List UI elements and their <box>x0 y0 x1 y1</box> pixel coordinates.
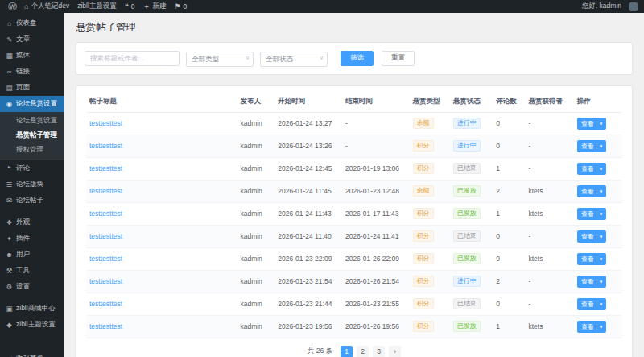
forum-sections-icon: ☰ <box>6 181 13 189</box>
author-cell: kadmin <box>237 225 275 247</box>
wordpress-logo-icon[interactable]: Ⓦ <box>5 0 20 13</box>
sidebar-item-10[interactable]: ✦插件 <box>0 230 64 247</box>
adminbar-comments-link[interactable]: ❝ 0 <box>121 0 139 13</box>
status-filter-select[interactable]: 全部状态 <box>260 52 328 67</box>
links-icon: ∞ <box>6 68 13 76</box>
end-time-cell: 2026-01-19 13:06 <box>342 157 410 180</box>
chevron-down-icon: ▾ <box>597 166 603 172</box>
view-button[interactable]: 查看▾ <box>577 253 607 265</box>
table-row: testtesttestkadmin2026-01-23 22:092026-0… <box>86 247 622 270</box>
sidebar-item-1[interactable]: ✎文章 <box>0 31 64 48</box>
table-row: testtesttestkadmin2026-01-23 19:562026-0… <box>86 315 622 338</box>
type-filter: 全部类型 ∨ <box>186 50 254 67</box>
zibll-theme-icon: ◆ <box>6 321 13 329</box>
sidebar-item-label: 论坛版块 <box>16 180 43 189</box>
next-page-button[interactable]: › <box>389 346 401 357</box>
sidebar-item-3[interactable]: ∞链接 <box>0 64 64 80</box>
sidebar-menu: ⌂仪表盘✎文章▦媒体∞链接▤页面◉论坛悬赏设置论坛悬赏设置悬赏帖子管理授权管理❝… <box>0 15 64 357</box>
page-button-1[interactable]: 1 <box>341 346 353 357</box>
sidebar-item-14[interactable]: ▣zibll商城中心 <box>0 301 64 317</box>
sidebar-item-13[interactable]: ⚙设置 <box>0 279 64 295</box>
post-title-link[interactable]: testtesttest <box>89 142 122 150</box>
post-title-link[interactable]: testtesttest <box>89 277 122 285</box>
sidebar-item-label: 页面 <box>16 83 30 93</box>
sidebar-item-label: 论坛悬赏设置 <box>16 99 57 109</box>
settings-icon: ⚙ <box>6 283 13 291</box>
comment-count-cell: 1 <box>493 157 525 180</box>
post-title-link[interactable]: testtesttest <box>89 232 122 240</box>
post-title-link[interactable]: testtesttest <box>89 164 122 172</box>
reward-type-badge: 积分 <box>413 321 434 332</box>
view-button[interactable]: 查看▾ <box>577 208 607 220</box>
flag-count: 0 <box>183 2 187 10</box>
sidebar-item-0[interactable]: ⌂仪表盘 <box>0 15 64 31</box>
table-row: testtesttestkadmin2026-01-24 13:26-积分进行中… <box>86 135 622 157</box>
sidebar-item-16[interactable]: ◀收起菜单 <box>0 351 64 357</box>
winner-cell: - <box>525 157 573 180</box>
search-input[interactable] <box>85 51 180 66</box>
sidebar-item-9[interactable]: ❖外观 <box>0 214 64 230</box>
start-time-cell: 2026-01-24 11:40 <box>275 225 342 247</box>
view-button[interactable]: 查看▾ <box>577 140 607 152</box>
reward-type-badge: 积分 <box>413 298 434 309</box>
type-filter-select[interactable]: 全部类型 <box>186 52 254 67</box>
post-title-link[interactable]: testtesttest <box>89 119 122 127</box>
table-row: testtesttestkadmin2026-01-24 13:27-余额进行中… <box>86 112 622 135</box>
column-header: 结束时间 <box>342 91 410 113</box>
view-button[interactable]: 查看▾ <box>577 118 607 130</box>
view-button[interactable]: 查看▾ <box>577 163 607 175</box>
adminbar-new-link[interactable]: ＋ 新建 <box>138 0 170 13</box>
sidebar-item-7[interactable]: ☰论坛版块 <box>0 176 64 193</box>
post-title-link[interactable]: testtesttest <box>89 322 122 330</box>
sidebar-subitem-1[interactable]: 悬赏帖子管理 <box>0 128 64 143</box>
view-button[interactable]: 查看▾ <box>577 321 607 333</box>
author-cell: kadmin <box>237 247 275 270</box>
sidebar-item-label: zibll主题设置 <box>16 320 56 330</box>
sidebar-item-12[interactable]: ⚒工具 <box>0 263 64 279</box>
sidebar-item-4[interactable]: ▤页面 <box>0 80 64 96</box>
sidebar-item-label: 设置 <box>16 282 30 292</box>
post-title-link[interactable]: testtesttest <box>89 255 122 263</box>
post-title-link[interactable]: testtesttest <box>89 210 122 218</box>
view-button[interactable]: 查看▾ <box>577 185 607 197</box>
adminbar-flag-link[interactable]: ⚑ 0 <box>170 0 191 13</box>
rewards-table-body: testtesttestkadmin2026-01-24 13:27-余额进行中… <box>86 112 622 338</box>
site-name-link[interactable]: ⌂ 个人笔记dev <box>20 0 73 13</box>
post-title-link[interactable]: testtesttest <box>89 187 122 195</box>
table-row: testtesttestkadmin2026-01-24 11:432026-0… <box>86 202 622 225</box>
chevron-down-icon: ▾ <box>597 234 603 239</box>
reward-type-badge: 积分 <box>413 208 434 219</box>
sidebar-subitem-2[interactable]: 授权管理 <box>0 143 64 157</box>
table-row: testtesttestkadmin2026-01-24 12:452026-0… <box>86 157 622 180</box>
plugins-icon: ✦ <box>6 235 13 243</box>
sidebar-item-15[interactable]: ◆zibll主题设置 <box>0 317 64 333</box>
account-menu[interactable]: 您好, kadmin <box>578 0 625 13</box>
comment-count-cell: 1 <box>493 315 525 338</box>
tools-icon: ⚒ <box>6 267 13 275</box>
page-button-3[interactable]: 3 <box>373 346 385 357</box>
table-row: testtesttestkadmin2026-01-23 21:442026-0… <box>86 293 622 315</box>
start-time-cell: 2026-01-24 12:45 <box>275 157 342 180</box>
sidebar-item-8[interactable]: ✉论坛帖子 <box>0 193 64 209</box>
adminbar-theme-settings-link[interactable]: zibll主题设置 <box>73 0 121 13</box>
sidebar-item-5[interactable]: ◉论坛悬赏设置 <box>0 96 64 112</box>
reward-status-badge: 进行中 <box>453 276 481 287</box>
sidebar-item-label: zibll商城中心 <box>16 304 56 313</box>
start-time-cell: 2026-01-24 13:27 <box>275 112 342 135</box>
post-title-link[interactable]: testtesttest <box>89 300 122 308</box>
reward-type-badge: 余额 <box>413 118 434 129</box>
sidebar-item-2[interactable]: ▦媒体 <box>0 48 64 64</box>
page-button-2[interactable]: 2 <box>357 346 369 357</box>
sidebar-item-label: 链接 <box>16 67 30 77</box>
view-button[interactable]: 查看▾ <box>577 230 607 243</box>
filter-button[interactable]: 筛选 <box>341 51 374 66</box>
sidebar-item-11[interactable]: ☻用户 <box>0 247 64 263</box>
view-button[interactable]: 查看▾ <box>577 276 607 288</box>
view-button[interactable]: 查看▾ <box>577 298 607 310</box>
reward-type-badge: 积分 <box>413 253 434 264</box>
reset-button[interactable]: 重置 <box>382 51 415 66</box>
appearance-icon: ❖ <box>6 218 13 226</box>
sidebar-subitem-0[interactable]: 论坛悬赏设置 <box>0 114 64 128</box>
comment-count-cell: 2 <box>493 180 525 202</box>
sidebar-item-6[interactable]: ❝评论 <box>0 160 64 176</box>
